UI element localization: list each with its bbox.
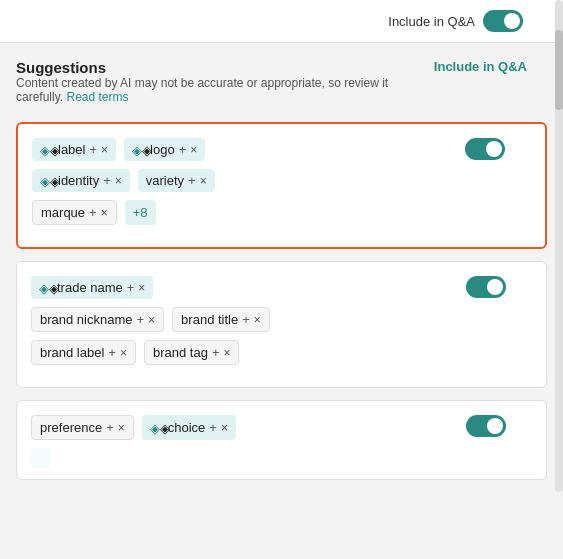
- tag-identity-plus[interactable]: +: [103, 173, 111, 188]
- suggestions-title: Suggestions: [16, 59, 434, 76]
- tag-brand-label[interactable]: brand label + ×: [31, 340, 136, 365]
- topbar-toggle[interactable]: [483, 10, 523, 32]
- card1-toggle[interactable]: [465, 138, 505, 164]
- tag-brand-title[interactable]: brand title + ×: [172, 307, 270, 332]
- tag-variety-close[interactable]: ×: [200, 174, 207, 188]
- main-content: Suggestions Content created by AI may no…: [0, 43, 563, 480]
- read-terms-link[interactable]: Read terms: [66, 90, 128, 104]
- toggle-track: [483, 10, 523, 32]
- sparkle-icon: ◈: [39, 281, 53, 295]
- tag-trade-name-close[interactable]: ×: [138, 281, 145, 295]
- top-bar: Include in Q&A: [0, 0, 563, 43]
- tag-partial: [31, 448, 51, 468]
- suggestions-title-area: Suggestions Content created by AI may no…: [16, 59, 434, 118]
- scrollbar[interactable]: [555, 0, 563, 492]
- toggle-thumb: [504, 13, 520, 29]
- card2-row3: brand label + × brand tag + ×: [31, 340, 532, 365]
- tag-brand-nickname-close[interactable]: ×: [148, 313, 155, 327]
- sparkle-icon: ◈: [40, 174, 54, 188]
- suggestions-header: Suggestions Content created by AI may no…: [16, 59, 547, 118]
- card1-row1: ◈ label + × ◈ logo + ×: [32, 138, 531, 161]
- tag-label-close[interactable]: ×: [101, 143, 108, 157]
- suggestion-card-3: preference + × ◈ choice + ×: [16, 400, 547, 480]
- include-column-label: Include in Q&A: [434, 59, 547, 74]
- tag-variety-plus[interactable]: +: [188, 173, 196, 188]
- card2-row1: ◈ trade name + ×: [31, 276, 532, 299]
- card3-toggle[interactable]: [466, 415, 506, 441]
- tag-trade-name-plus[interactable]: +: [127, 280, 135, 295]
- suggestions-subtitle: Content created by AI may not be accurat…: [16, 76, 434, 104]
- tag-brand-tag-plus[interactable]: +: [212, 345, 220, 360]
- tag-marque[interactable]: marque + ×: [32, 200, 117, 225]
- tag-marque-close[interactable]: ×: [101, 206, 108, 220]
- suggestion-card-2: ◈ trade name + × brand nickname + × bran…: [16, 261, 547, 388]
- sparkle-icon: ◈: [132, 143, 146, 157]
- tag-logo[interactable]: ◈ logo + ×: [124, 138, 205, 161]
- tag-identity[interactable]: ◈ identity + ×: [32, 169, 130, 192]
- tag-brand-nickname[interactable]: brand nickname + ×: [31, 307, 164, 332]
- tag-brand-title-close[interactable]: ×: [254, 313, 261, 327]
- tag-choice[interactable]: ◈ choice + ×: [142, 415, 236, 440]
- tag-choice-close[interactable]: ×: [221, 421, 228, 435]
- sparkle-icon: ◈: [150, 421, 164, 435]
- tag-choice-plus[interactable]: +: [209, 420, 217, 435]
- card1-row2: ◈ identity + × variety + ×: [32, 169, 531, 192]
- tag-brand-title-plus[interactable]: +: [242, 312, 250, 327]
- card3-row1: preference + × ◈ choice + ×: [31, 415, 532, 440]
- topbar-toggle-label: Include in Q&A: [388, 14, 475, 29]
- card1-row3: marque + × +8: [32, 200, 531, 225]
- tag-brand-nickname-plus[interactable]: +: [137, 312, 145, 327]
- tag-brand-label-plus[interactable]: +: [108, 345, 116, 360]
- suggestion-card-1: ◈ label + × ◈ logo + × ◈ identity: [16, 122, 547, 249]
- tag-preference-plus[interactable]: +: [106, 420, 114, 435]
- tag-preference[interactable]: preference + ×: [31, 415, 134, 440]
- tag-brand-tag-close[interactable]: ×: [223, 346, 230, 360]
- scrollbar-thumb[interactable]: [555, 30, 563, 110]
- card2-row2: brand nickname + × brand title + ×: [31, 307, 532, 332]
- tag-brand-label-close[interactable]: ×: [120, 346, 127, 360]
- tag-logo-plus[interactable]: +: [179, 142, 187, 157]
- tag-trade-name[interactable]: ◈ trade name + ×: [31, 276, 153, 299]
- tag-preference-close[interactable]: ×: [118, 421, 125, 435]
- tag-marque-plus[interactable]: +: [89, 205, 97, 220]
- tag-brand-tag[interactable]: brand tag + ×: [144, 340, 240, 365]
- tag-identity-close[interactable]: ×: [115, 174, 122, 188]
- sparkle-icon: ◈: [40, 143, 54, 157]
- tag-label[interactable]: ◈ label + ×: [32, 138, 116, 161]
- card3-row2-partial: [31, 448, 532, 468]
- tag-variety[interactable]: variety + ×: [138, 169, 215, 192]
- tag-label-plus[interactable]: +: [89, 142, 97, 157]
- card2-toggle[interactable]: [466, 276, 506, 302]
- more-badge[interactable]: +8: [125, 200, 156, 225]
- tag-logo-close[interactable]: ×: [190, 143, 197, 157]
